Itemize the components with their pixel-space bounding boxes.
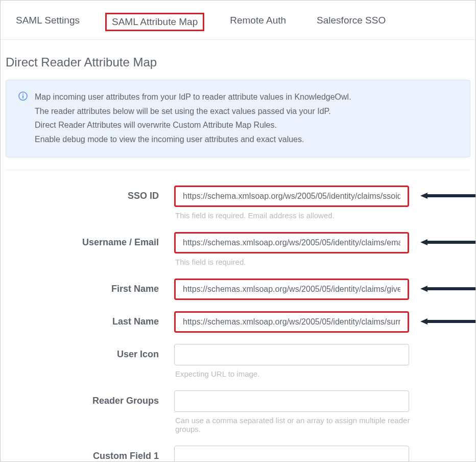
- label-user-icon: User Icon: [1, 344, 174, 360]
- label-last-name: Last Name: [1, 311, 174, 327]
- attribute-map-form: SSO ID This field is required. Email add…: [1, 170, 475, 462]
- help-sso-id: This field is required. Email address is…: [174, 207, 414, 228]
- svg-point-2: [22, 94, 23, 95]
- svg-marker-3: [420, 193, 476, 199]
- svg-marker-5: [420, 286, 476, 292]
- tab-salesforce-sso[interactable]: Salesforce SSO: [312, 13, 391, 31]
- input-custom-field-1[interactable]: [174, 446, 409, 462]
- input-last-name[interactable]: [174, 311, 409, 333]
- row-first-name: First Name: [1, 279, 475, 300]
- info-line-2: The reader attributes below will be set …: [35, 105, 351, 118]
- input-user-icon[interactable]: [174, 344, 409, 365]
- help-reader-groups: Can use a comma separated list or an arr…: [174, 412, 414, 442]
- page-title: Direct Reader Attribute Map: [1, 40, 475, 80]
- row-sso-id: SSO ID This field is required. Email add…: [1, 186, 475, 228]
- annotation-arrow-icon: [420, 239, 476, 245]
- info-line-3: Direct Reader Attributes will overwrite …: [35, 119, 351, 132]
- tab-remote-auth[interactable]: Remote Auth: [225, 13, 291, 31]
- svg-marker-6: [420, 318, 476, 325]
- row-username-email: Username / Email This field is required.: [1, 232, 475, 274]
- annotation-arrow-icon: [420, 193, 476, 199]
- svg-marker-4: [420, 239, 476, 245]
- label-username-email: Username / Email: [1, 232, 174, 248]
- row-user-icon: User Icon Expecting URL to image.: [1, 344, 475, 386]
- help-username-email: This field is required.: [174, 253, 414, 274]
- input-sso-id[interactable]: [174, 186, 409, 207]
- input-username-email[interactable]: [174, 232, 409, 253]
- svg-rect-1: [22, 96, 23, 99]
- row-custom-field-1: Custom Field 1: [1, 446, 475, 462]
- info-icon: [18, 91, 28, 103]
- tab-saml-attribute-map[interactable]: SAML Attribute Map: [105, 13, 204, 31]
- row-reader-groups: Reader Groups Can use a comma separated …: [1, 390, 475, 442]
- label-custom-field-1: Custom Field 1: [1, 446, 174, 461]
- label-reader-groups: Reader Groups: [1, 390, 174, 406]
- label-first-name: First Name: [1, 279, 174, 294]
- help-user-icon: Expecting URL to image.: [174, 365, 414, 386]
- info-box: Map incoming user attributes from your I…: [6, 80, 470, 157]
- tab-bar: SAML Settings SAML Attribute Map Remote …: [1, 1, 475, 40]
- info-line-1: Map incoming user attributes from your I…: [35, 90, 351, 104]
- annotation-arrow-icon: [420, 286, 476, 292]
- info-line-4: Enable debug mode to view the incoming u…: [35, 133, 351, 146]
- input-first-name[interactable]: [174, 279, 409, 300]
- tab-saml-settings[interactable]: SAML Settings: [11, 13, 85, 31]
- label-sso-id: SSO ID: [1, 186, 174, 201]
- row-last-name: Last Name: [1, 311, 475, 333]
- annotation-arrow-icon: [420, 318, 476, 325]
- info-text: Map incoming user attributes from your I…: [35, 90, 351, 147]
- input-reader-groups[interactable]: [174, 390, 409, 412]
